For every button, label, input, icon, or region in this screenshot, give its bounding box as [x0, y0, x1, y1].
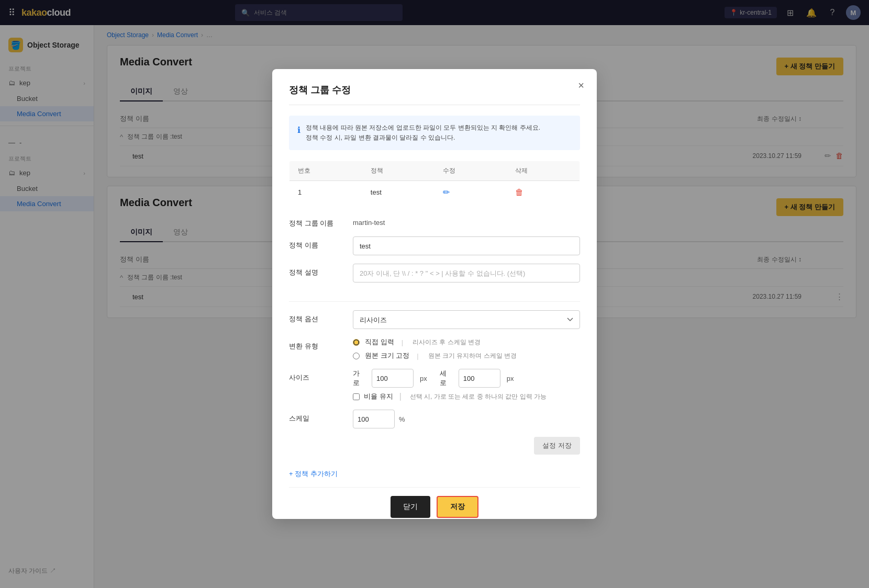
radio-direct: 직접 입력 | 리사이즈 후 스케일 변경 [353, 337, 580, 347]
scale-row: % [353, 410, 580, 428]
size-height-unit: px [507, 375, 514, 382]
save-settings-btn[interactable]: 설정 저장 [534, 437, 580, 455]
radio-group-convert: 직접 입력 | 리사이즈 후 스케일 변경 원본 크기 고정 | 원본 크기 유… [353, 337, 580, 360]
form-row-size: 사이즈 가로 px 세로 px [289, 369, 580, 388]
label-keep-ratio-spacer [289, 392, 347, 396]
input-policy-desc[interactable] [353, 264, 580, 282]
dialog-title: 정책 그룹 수정 [289, 84, 580, 105]
policy-table-row: 1 test ✏ 🗑 [289, 181, 580, 204]
dialog-edit-policy-group: 정책 그룹 수정 × ℹ 정책 내용에 따라 원본 저장소에 업로드한 파일이 … [272, 69, 597, 519]
size-height-label: 세로 [440, 369, 452, 388]
form-row-scale: 스케일 % [289, 410, 580, 428]
dialog-save-button[interactable]: 저장 [437, 496, 478, 518]
dialog-footer: 닫기 저장 [289, 487, 580, 518]
th-delete: 삭제 [507, 161, 580, 181]
th-no: 번호 [289, 161, 362, 181]
keep-ratio-row: 비율 유지 | 선택 시, 가로 또는 세로 중 하나의 값만 입력 가능 [353, 392, 547, 401]
policy-delete-cell: 🗑 [507, 181, 580, 204]
input-policy-name[interactable] [353, 236, 580, 255]
save-settings-row: 설정 저장 [289, 437, 580, 455]
form-row-policy-desc: 정책 설명 [289, 264, 580, 282]
size-width-input[interactable] [372, 369, 414, 388]
policy-edit-icon[interactable]: ✏ [443, 188, 450, 197]
policy-table-name: test [362, 181, 434, 204]
keep-ratio-checkbox[interactable] [353, 393, 360, 400]
radio-original: 원본 크기 고정 | 원본 크기 유지하며 스케일 변경 [353, 351, 580, 360]
dialog-policy-table: 번호 정책 수정 삭제 1 test ✏ 🗑 [289, 161, 580, 204]
th-edit: 수정 [434, 161, 507, 181]
label-size: 사이즈 [289, 369, 347, 382]
label-convert-type: 변환 유형 [289, 337, 347, 351]
policy-no: 1 [289, 181, 362, 204]
radio-direct-desc: 리사이즈 후 스케일 변경 [413, 338, 481, 347]
dialog-info-box: ℹ 정책 내용에 따라 원본 저장소에 업로드한 파일이 모두 변환되있는 지 … [289, 116, 580, 150]
value-group-name: martin-test [353, 214, 385, 227]
info-line2: 정책 수정 시, 파일 변환 결과물이 달라질 수 있습니다. [306, 133, 540, 143]
radio-direct-input[interactable] [353, 339, 360, 346]
size-row: 가로 px 세로 px [353, 369, 580, 388]
form-section: 정책 그룹 이름 martin-test 정책 이름 정책 설명 [289, 214, 580, 302]
scale-unit: % [399, 415, 405, 423]
label-policy-desc: 정책 설명 [289, 264, 347, 277]
radio-original-desc: 원본 크기 유지하며 스케일 변경 [428, 352, 517, 360]
keep-ratio-label: 비율 유지 [364, 392, 393, 401]
form-row-group-name: 정책 그룹 이름 martin-test [289, 214, 580, 228]
policy-delete-icon[interactable]: 🗑 [515, 188, 523, 197]
radio-original-input[interactable] [353, 353, 360, 359]
info-icon: ℹ [297, 123, 300, 143]
size-height-input[interactable] [459, 369, 500, 388]
dialog-close-btn[interactable]: × [578, 80, 584, 92]
label-group-name: 정책 그룹 이름 [289, 214, 347, 228]
select-policy-option[interactable]: 리사이즈 크롭 워터마크 [353, 310, 580, 329]
label-scale: 스케일 [289, 410, 347, 423]
dialog-info-text: 정책 내용에 따라 원본 저장소에 업로드한 파일이 모두 변환되있는 지 확인… [306, 123, 540, 143]
info-line1: 정책 내용에 따라 원본 저장소에 업로드한 파일이 모두 변환되있는 지 확인… [306, 123, 540, 133]
form-row-convert-type: 변환 유형 직접 입력 | 리사이즈 후 스케일 변경 원본 크기 고정 | 원… [289, 337, 580, 360]
modal-overlay: 정책 그룹 수정 × ℹ 정책 내용에 따라 원본 저장소에 업로드한 파일이 … [0, 0, 869, 588]
size-width-label: 가로 [353, 369, 365, 388]
th-policy: 정책 [362, 161, 434, 181]
label-policy-name: 정책 이름 [289, 236, 347, 250]
radio-direct-label: 직접 입력 [365, 337, 394, 347]
dialog-close-button[interactable]: 닫기 [391, 496, 430, 518]
scale-input[interactable] [353, 410, 395, 428]
form-row-policy-name: 정책 이름 [289, 236, 580, 255]
label-policy-option: 정책 옵션 [289, 310, 347, 324]
size-width-unit: px [420, 375, 427, 382]
keep-ratio-desc: 선택 시, 가로 또는 세로 중 하나의 값만 입력 가능 [410, 392, 547, 401]
add-policy-link[interactable]: + 정책 추가하기 [289, 465, 580, 483]
policy-edit-cell: ✏ [434, 181, 507, 204]
form-row-keep-ratio: 비율 유지 | 선택 시, 가로 또는 세로 중 하나의 값만 입력 가능 [289, 392, 580, 401]
radio-original-label: 원본 크기 고정 [365, 351, 409, 360]
form-row-policy-option: 정책 옵션 리사이즈 크롭 워터마크 [289, 310, 580, 329]
